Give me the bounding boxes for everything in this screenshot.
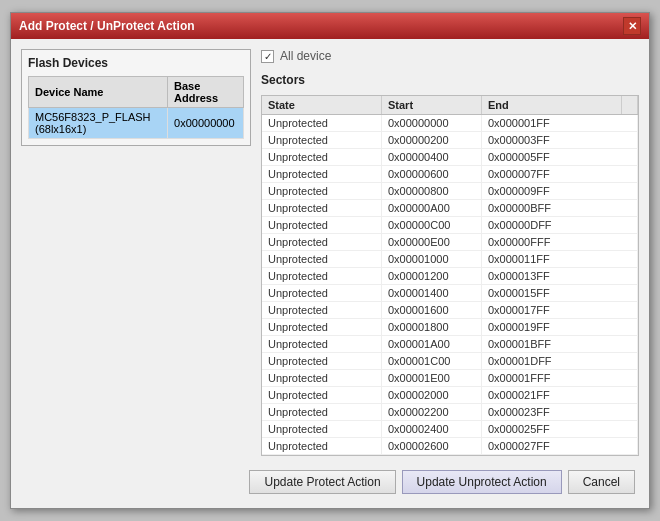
sector-end: 0x000021FF [482, 387, 638, 403]
sector-state: Unprotected [262, 149, 382, 165]
sector-start: 0x00001C00 [382, 353, 482, 369]
col-base-address: Base Address [168, 77, 244, 108]
sector-state: Unprotected [262, 387, 382, 403]
cancel-button[interactable]: Cancel [568, 470, 635, 494]
sector-start: 0x00001400 [382, 285, 482, 301]
title-bar: Add Protect / UnProtect Action ✕ [11, 13, 649, 39]
sector-end: 0x00000DFF [482, 217, 638, 233]
sector-end: 0x000019FF [482, 319, 638, 335]
sector-state: Unprotected [262, 166, 382, 182]
sector-end: 0x000013FF [482, 268, 638, 284]
sector-start: 0x00001800 [382, 319, 482, 335]
sector-state: Unprotected [262, 421, 382, 437]
left-panel: Flash Devices Device Name Base Address M… [21, 49, 251, 456]
sector-end: 0x000027FF [482, 438, 638, 454]
base-address-cell: 0x00000000 [168, 108, 244, 139]
sector-state: Unprotected [262, 285, 382, 301]
sector-start: 0x00001600 [382, 302, 482, 318]
list-item[interactable]: Unprotected0x000004000x000005FF [262, 149, 638, 166]
sector-state: Unprotected [262, 132, 382, 148]
sector-state: Unprotected [262, 115, 382, 131]
list-item[interactable]: Unprotected0x000002000x000003FF [262, 132, 638, 149]
list-item[interactable]: Unprotected0x00001E000x00001FFF [262, 370, 638, 387]
sector-start: 0x00002200 [382, 404, 482, 420]
sector-state: Unprotected [262, 404, 382, 420]
sector-start: 0x00001E00 [382, 370, 482, 386]
sector-start: 0x00000E00 [382, 234, 482, 250]
all-device-label: All device [280, 49, 331, 63]
list-item[interactable]: Unprotected0x000026000x000027FF [262, 438, 638, 455]
sector-start: 0x00001A00 [382, 336, 482, 352]
sector-end: 0x00001DFF [482, 353, 638, 369]
close-button[interactable]: ✕ [623, 17, 641, 35]
sector-start: 0x00000200 [382, 132, 482, 148]
list-item[interactable]: Unprotected0x000000000x000001FF [262, 115, 638, 132]
close-icon: ✕ [628, 20, 637, 33]
dialog-body: Flash Devices Device Name Base Address M… [11, 39, 649, 508]
list-item[interactable]: Unprotected0x000012000x000013FF [262, 268, 638, 285]
sector-end: 0x00000FFF [482, 234, 638, 250]
flash-devices-title: Flash Devices [28, 56, 244, 70]
list-item[interactable]: Unprotected0x000018000x000019FF [262, 319, 638, 336]
sector-start: 0x00002600 [382, 438, 482, 454]
list-item[interactable]: Unprotected0x000006000x000007FF [262, 166, 638, 183]
sectors-header: State Start End [262, 96, 638, 115]
list-item[interactable]: Unprotected0x000024000x000025FF [262, 421, 638, 438]
list-item[interactable]: Unprotected0x00000A000x00000BFF [262, 200, 638, 217]
device-table: Device Name Base Address MC56F8323_P_FLA… [28, 76, 244, 139]
sector-state: Unprotected [262, 353, 382, 369]
sector-end: 0x000003FF [482, 132, 638, 148]
col-end: End [482, 96, 622, 114]
sector-start: 0x00000C00 [382, 217, 482, 233]
sector-end: 0x000015FF [482, 285, 638, 301]
col-device-name: Device Name [29, 77, 168, 108]
list-item[interactable]: Unprotected0x00000C000x00000DFF [262, 217, 638, 234]
sector-state: Unprotected [262, 336, 382, 352]
update-protect-button[interactable]: Update Protect Action [249, 470, 395, 494]
sector-start: 0x00000A00 [382, 200, 482, 216]
sector-end: 0x00001FFF [482, 370, 638, 386]
sector-start: 0x00000600 [382, 166, 482, 182]
sector-start: 0x00000400 [382, 149, 482, 165]
sector-end: 0x000001FF [482, 115, 638, 131]
all-device-row: ✓ All device [261, 49, 639, 63]
sector-end: 0x000025FF [482, 421, 638, 437]
sector-end: 0x00001BFF [482, 336, 638, 352]
dialog: Add Protect / UnProtect Action ✕ Flash D… [10, 12, 650, 509]
sector-state: Unprotected [262, 319, 382, 335]
sector-end: 0x000023FF [482, 404, 638, 420]
list-item[interactable]: Unprotected0x00001A000x00001BFF [262, 336, 638, 353]
main-content: Flash Devices Device Name Base Address M… [21, 49, 639, 456]
table-row[interactable]: MC56F8323_P_FLASH (68lx16x1)0x00000000 [29, 108, 244, 139]
list-item[interactable]: Unprotected0x000016000x000017FF [262, 302, 638, 319]
sector-start: 0x00000000 [382, 115, 482, 131]
sector-state: Unprotected [262, 370, 382, 386]
sectors-container: State Start End Unprotected0x000000000x0… [261, 95, 639, 456]
sector-end: 0x000007FF [482, 166, 638, 182]
right-panel: ✓ All device Sectors State Start End Unp… [261, 49, 639, 456]
sectors-label: Sectors [261, 73, 639, 87]
sector-state: Unprotected [262, 302, 382, 318]
sector-end: 0x00000BFF [482, 200, 638, 216]
sectors-body[interactable]: Unprotected0x000000000x000001FFUnprotect… [262, 115, 638, 455]
list-item[interactable]: Unprotected0x00001C000x00001DFF [262, 353, 638, 370]
sector-state: Unprotected [262, 217, 382, 233]
list-item[interactable]: Unprotected0x000022000x000023FF [262, 404, 638, 421]
sector-state: Unprotected [262, 438, 382, 454]
col-scrollbar-spacer [622, 96, 638, 114]
update-unprotect-button[interactable]: Update Unprotect Action [402, 470, 562, 494]
sector-start: 0x00001000 [382, 251, 482, 267]
sector-end: 0x000011FF [482, 251, 638, 267]
sector-state: Unprotected [262, 234, 382, 250]
sector-start: 0x00001200 [382, 268, 482, 284]
list-item[interactable]: Unprotected0x000020000x000021FF [262, 387, 638, 404]
list-item[interactable]: Unprotected0x000010000x000011FF [262, 251, 638, 268]
device-name-cell: MC56F8323_P_FLASH (68lx16x1) [29, 108, 168, 139]
sector-end: 0x000009FF [482, 183, 638, 199]
col-state: State [262, 96, 382, 114]
sector-state: Unprotected [262, 268, 382, 284]
list-item[interactable]: Unprotected0x00000E000x00000FFF [262, 234, 638, 251]
list-item[interactable]: Unprotected0x000014000x000015FF [262, 285, 638, 302]
all-device-checkbox[interactable]: ✓ [261, 50, 274, 63]
list-item[interactable]: Unprotected0x000008000x000009FF [262, 183, 638, 200]
